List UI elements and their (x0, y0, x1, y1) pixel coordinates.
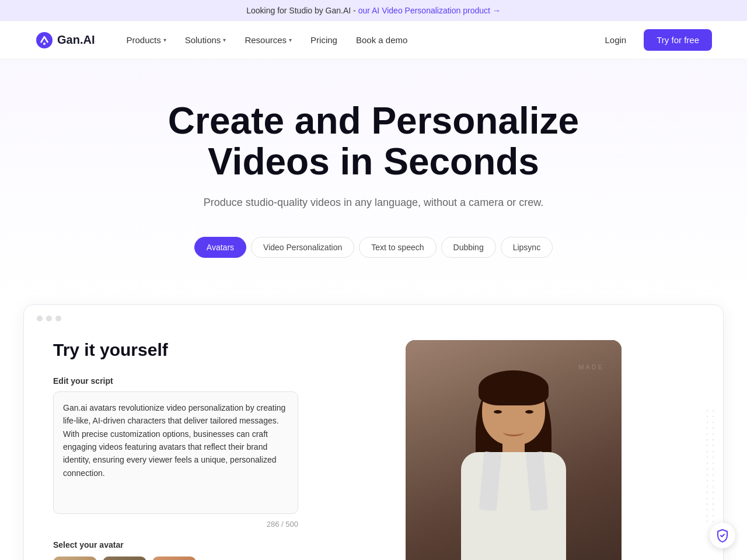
demo-title: Try it yourself (53, 340, 298, 360)
dot-1 (37, 316, 43, 321)
nav-links: Products ▾ Solutions ▾ Resources ▾ Prici… (118, 30, 594, 50)
demo-card: Try it yourself Edit your script Gan.ai … (23, 304, 724, 560)
tab-avatars[interactable]: Avatars (194, 237, 246, 258)
top-banner: Looking for Studio by Gan.AI - our AI Vi… (0, 0, 747, 21)
decorative-dots-right (706, 409, 717, 528)
svg-point-0 (36, 32, 53, 48)
tab-pills: Avatars Video Personalization Text to sp… (35, 237, 712, 258)
hero-section: Create and Personalize Videos in Seconds… (0, 60, 747, 304)
script-label: Edit your script (53, 376, 298, 386)
window-dots (37, 316, 61, 321)
video-preview: MADE (406, 340, 622, 560)
demo-inner: Try it yourself Edit your script Gan.ai … (53, 340, 694, 560)
avatar-thumb-3[interactable] (152, 556, 196, 560)
dot-2 (46, 316, 52, 321)
nav-item-solutions[interactable]: Solutions ▾ (177, 30, 235, 50)
tab-text-to-speech[interactable]: Text to speech (359, 237, 436, 258)
avatar-row: ✓ (53, 556, 298, 560)
shield-badge[interactable] (710, 523, 735, 548)
demo-left-panel: Try it yourself Edit your script Gan.ai … (53, 340, 298, 560)
tab-video-personalization[interactable]: Video Personalization (251, 237, 354, 258)
avatar-thumb-1[interactable]: ✓ (53, 556, 97, 560)
svg-rect-10 (706, 409, 717, 526)
navbar: Gan.AI Products ▾ Solutions ▾ Resources … (0, 21, 747, 60)
dot-3 (55, 316, 61, 321)
svg-point-1 (43, 43, 46, 45)
demo-right-panel: MADE (333, 340, 694, 560)
chevron-down-icon: ▾ (223, 37, 226, 43)
tab-dubbing[interactable]: Dubbing (441, 237, 496, 258)
try-for-free-button[interactable]: Try for free (644, 29, 712, 51)
banner-text: Looking for Studio by Gan.AI - (246, 6, 358, 15)
chevron-down-icon: ▾ (289, 37, 292, 43)
tab-lipsync[interactable]: Lipsync (501, 237, 553, 258)
logo[interactable]: Gan.AI (35, 31, 95, 50)
logo-text: Gan.AI (57, 33, 95, 47)
hero-subtitle: Produce studio-quality videos in any lan… (35, 197, 712, 209)
nav-item-resources[interactable]: Resources ▾ (236, 30, 300, 50)
nav-right: Login Try for free (595, 29, 713, 51)
logo-icon (35, 31, 54, 50)
banner-link[interactable]: our AI Video Personalization product → (358, 6, 501, 15)
nav-item-pricing[interactable]: Pricing (302, 30, 345, 50)
avatar-thumb-2[interactable] (103, 556, 146, 560)
hero-heading: Create and Personalize Videos in Seconds (140, 100, 607, 183)
shield-icon (715, 528, 729, 542)
avatar-select-label: Select your avatar (53, 540, 298, 550)
char-count: 286 / 500 (53, 520, 298, 528)
nav-item-book-demo[interactable]: Book a demo (348, 30, 416, 50)
login-button[interactable]: Login (595, 30, 637, 50)
chevron-down-icon: ▾ (163, 37, 166, 43)
script-textarea[interactable]: Gan.ai avatars revolutionize video perso… (53, 391, 298, 514)
nav-item-products[interactable]: Products ▾ (118, 30, 174, 50)
